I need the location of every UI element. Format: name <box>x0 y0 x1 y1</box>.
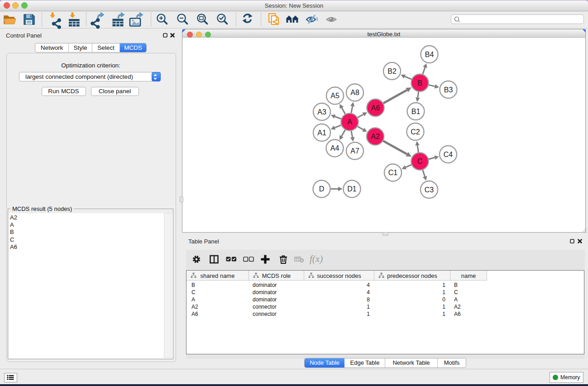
svg-text:C4: C4 <box>444 151 453 158</box>
svg-text:A5: A5 <box>330 92 339 100</box>
svg-text:A3: A3 <box>317 108 326 116</box>
svg-text:D1: D1 <box>347 185 357 193</box>
svg-text:C: C <box>417 157 423 165</box>
svg-text:B4: B4 <box>425 51 434 58</box>
svg-text:A1: A1 <box>317 129 326 137</box>
svg-text:D: D <box>319 185 325 193</box>
svg-text:B3: B3 <box>444 86 453 94</box>
svg-text:A7: A7 <box>350 147 359 155</box>
svg-text:B1: B1 <box>411 108 421 115</box>
svg-text:C1: C1 <box>388 169 398 176</box>
svg-text:B2: B2 <box>387 67 397 75</box>
svg-text:C2: C2 <box>411 128 420 136</box>
svg-text:C3: C3 <box>425 186 434 194</box>
svg-text:A8: A8 <box>350 89 359 96</box>
svg-text:A6: A6 <box>371 104 380 112</box>
svg-text:A4: A4 <box>330 144 339 152</box>
svg-text:A: A <box>347 118 352 126</box>
svg-text:A2: A2 <box>371 133 380 140</box>
svg-text:B: B <box>417 79 422 87</box>
